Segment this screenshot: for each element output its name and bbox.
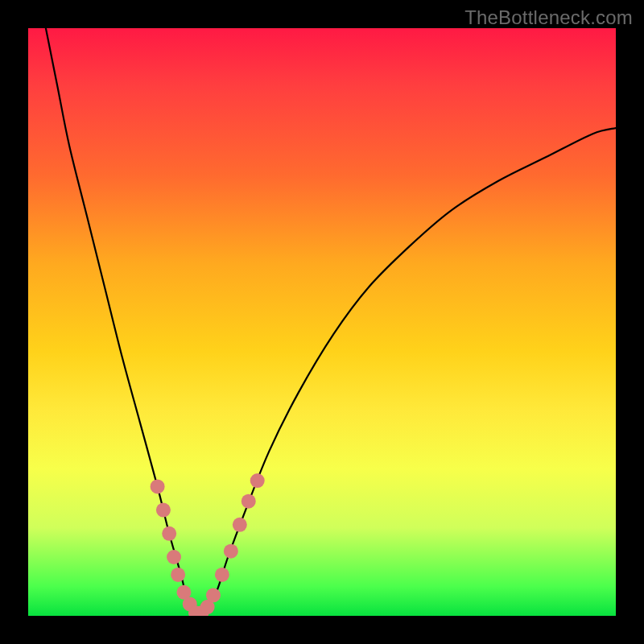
marker-point: [242, 494, 256, 509]
highlight-markers: [151, 473, 265, 616]
marker-point: [200, 600, 215, 614]
marker-point: [162, 526, 176, 541]
marker-point: [224, 544, 238, 559]
marker-point: [206, 588, 221, 602]
curve-layer: [28, 28, 616, 616]
marker-point: [167, 550, 181, 564]
marker-point: [194, 605, 208, 616]
marker-point: [176, 585, 191, 600]
marker-point: [188, 605, 203, 616]
marker-point: [215, 568, 229, 582]
marker-point: [171, 568, 185, 582]
watermark-label: TheBottleneck.com: [464, 6, 633, 29]
bottleneck-curve: [46, 28, 616, 616]
marker-point: [156, 503, 171, 518]
marker-point: [151, 479, 165, 493]
plot-area: [28, 28, 616, 616]
marker-point: [183, 597, 197, 611]
marker-point: [233, 518, 247, 532]
marker-point: [250, 473, 265, 488]
chart-frame: TheBottleneck.com: [0, 0, 644, 644]
